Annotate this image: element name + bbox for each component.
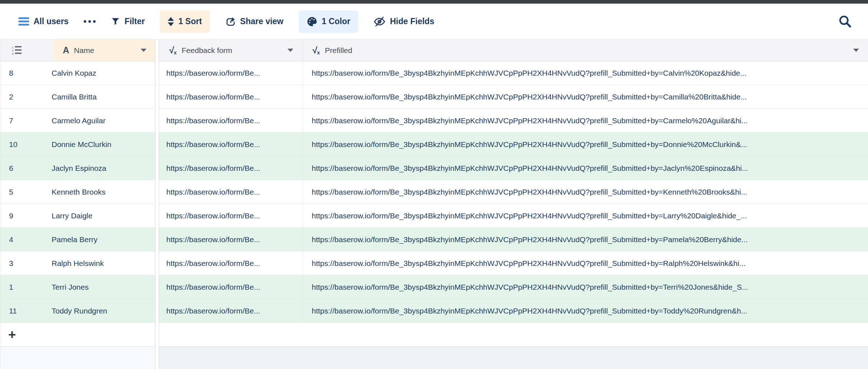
table-row[interactable]: 7 Carmelo Aguilar https://baserow.io/for… [0,109,868,133]
column-label: Name [74,46,94,55]
share-icon [225,16,236,27]
feedback-cell[interactable]: https://baserow.io/form/Be... [159,133,303,156]
row-number: 6 [0,164,52,173]
palette-icon [307,16,317,27]
panel-divider [155,40,159,61]
add-row-button[interactable]: + [0,323,868,347]
eye-slash-icon [373,16,386,27]
prefilled-cell[interactable]: https://baserow.io/form/Be_3bysp4Bkzhyin… [303,133,868,156]
svg-text:3: 3 [12,52,14,55]
filter-label: Filter [124,17,145,26]
row-index-header[interactable]: 123 [0,40,53,61]
prefilled-cell[interactable]: https://baserow.io/form/Be_3bysp4Bkzhyin… [303,180,868,204]
hide-fields-button[interactable]: Hide Fields [373,16,434,27]
panel-divider [155,133,159,156]
prefilled-cell[interactable]: https://baserow.io/form/Be_3bysp4Bkzhyin… [303,252,868,275]
feedback-cell[interactable]: https://baserow.io/form/Be... [159,252,303,275]
sort-arrows-icon [168,17,174,26]
table-row[interactable]: 5 Kenneth Brooks https://baserow.io/form… [0,180,868,204]
feedback-cell[interactable]: https://baserow.io/form/Be... [159,204,303,227]
table-row[interactable]: 6 Jaclyn Espinoza https://baserow.io/for… [0,156,868,180]
window-top-bar [0,0,868,4]
name-cell[interactable]: Jaclyn Espinoza [52,164,106,173]
feedback-cell[interactable]: https://baserow.io/form/Be... [159,85,303,108]
name-cell[interactable]: Carmelo Aguilar [52,116,105,125]
panel-divider [155,61,159,85]
name-column-header[interactable]: A Name [53,40,155,61]
feedback-cell[interactable]: https://baserow.io/form/Be... [159,275,303,299]
feedback-column-header[interactable]: √x Feedback form [159,40,303,61]
table-row[interactable]: 10 Donnie McClurkin https://baserow.io/f… [0,133,868,156]
color-button[interactable]: 1 Color [299,10,358,33]
hamburger-icon [18,17,29,26]
name-cell[interactable]: Toddy Rundgren [52,307,107,315]
view-switcher-button[interactable]: All users [18,17,69,26]
chevron-down-icon[interactable] [288,49,293,52]
row-number: 9 [0,212,52,220]
prefilled-cell[interactable]: https://baserow.io/form/Be_3bysp4Bkzhyin… [303,109,868,132]
name-cell[interactable]: Larry Daigle [52,212,92,220]
name-cell[interactable]: Terri Jones [52,283,89,292]
grid-header: 123 A Name √x Feedback form √x Prefilled [0,40,868,61]
formula-icon: √x [169,46,177,55]
panel-divider [155,85,159,109]
feedback-cell[interactable]: https://baserow.io/form/Be... [159,61,303,85]
formula-icon: √x [312,46,320,55]
table-row[interactable]: 4 Pamela Berry https://baserow.io/form/B… [0,228,868,252]
chevron-down-icon[interactable] [141,49,146,52]
row-number: 8 [0,69,52,77]
prefilled-cell[interactable]: https://baserow.io/form/Be_3bysp4Bkzhyin… [303,156,868,180]
chevron-down-icon[interactable] [853,49,859,52]
hide-fields-label: Hide Fields [390,17,434,26]
ellipsis-icon [84,20,96,23]
prefilled-cell[interactable]: https://baserow.io/form/Be_3bysp4Bkzhyin… [303,228,868,251]
filter-button[interactable]: Filter [111,17,145,26]
name-cell[interactable]: Pamela Berry [52,235,97,244]
feedback-cell[interactable]: https://baserow.io/form/Be... [159,228,303,251]
panel-divider [155,299,159,323]
text-field-icon: A [63,46,69,55]
row-number: 4 [0,235,52,244]
prefilled-cell[interactable]: https://baserow.io/form/Be_3bysp4Bkzhyin… [303,85,868,108]
row-number: 10 [0,140,52,149]
share-view-button[interactable]: Share view [225,16,284,27]
table-row[interactable]: 8 Calvin Kopaz https://baserow.io/form/B… [0,61,868,85]
search-icon [838,15,852,28]
row-number: 1 [0,283,52,292]
name-cell[interactable]: Camilla Britta [52,93,97,101]
column-label: Prefilled [325,46,352,55]
prefilled-cell[interactable]: https://baserow.io/form/Be_3bysp4Bkzhyin… [303,204,868,227]
svg-text:2: 2 [12,49,14,52]
panel-divider [155,347,159,369]
name-cell[interactable]: Calvin Kopaz [52,69,96,77]
panel-divider [155,180,159,204]
table-row[interactable]: 2 Camilla Britta https://baserow.io/form… [0,85,868,109]
table-row[interactable]: 1 Terri Jones https://baserow.io/form/Be… [0,275,868,299]
table-row[interactable]: 11 Toddy Rundgren https://baserow.io/for… [0,299,868,323]
prefilled-column-header[interactable]: √x Prefilled [303,40,868,61]
more-options-button[interactable] [84,20,96,23]
prefilled-cell[interactable]: https://baserow.io/form/Be_3bysp4Bkzhyin… [303,61,868,85]
row-number: 5 [0,188,52,196]
share-label: Share view [240,17,284,26]
prefilled-cell[interactable]: https://baserow.io/form/Be_3bysp4Bkzhyin… [303,299,868,323]
feedback-cell[interactable]: https://baserow.io/form/Be... [159,109,303,132]
feedback-cell[interactable]: https://baserow.io/form/Be... [159,180,303,204]
row-number: 3 [0,259,52,268]
table-row[interactable]: 3 Ralph Helswink https://baserow.io/form… [0,252,868,275]
color-label: 1 Color [322,17,350,26]
panel-divider [155,323,159,347]
plus-icon[interactable]: + [0,328,16,341]
panel-divider [155,275,159,299]
name-cell[interactable]: Donnie McClurkin [52,140,111,149]
search-button[interactable] [838,15,852,28]
table-row[interactable]: 9 Larry Daigle https://baserow.io/form/B… [0,204,868,228]
name-cell[interactable]: Ralph Helswink [52,259,104,268]
feedback-cell[interactable]: https://baserow.io/form/Be... [159,299,303,323]
name-cell[interactable]: Kenneth Brooks [52,188,105,196]
ordered-list-icon: 123 [12,46,22,55]
feedback-cell[interactable]: https://baserow.io/form/Be... [159,156,303,180]
panel-divider [155,204,159,228]
sort-button[interactable]: 1 Sort [160,10,210,33]
prefilled-cell[interactable]: https://baserow.io/form/Be_3bysp4Bkzhyin… [303,275,868,299]
